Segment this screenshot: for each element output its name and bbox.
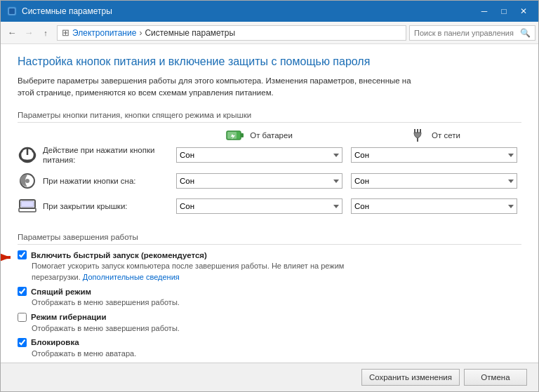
- fastboot-desc: Помогает ускорить запуск компьютера посл…: [32, 261, 521, 283]
- lock-item: Блокировка Отображать в меню аватара.: [18, 338, 521, 359]
- sleep-mode-checkbox[interactable]: [18, 287, 27, 296]
- svg-rect-15: [21, 201, 34, 207]
- power-header-row: От батареи От сети: [18, 128, 521, 142]
- sleep-mode-item: Спящий режим Отображать в меню завершени…: [18, 287, 521, 308]
- main-content: Настройка кнопок питания и включение защ…: [1, 44, 538, 363]
- lid-plugged-dropdown[interactable]: Сон Ничего не делать Завершение работы Г…: [351, 198, 517, 214]
- sleep-battery-dropdown-col: Сон Ничего не делать Завершение работы Г…: [172, 173, 347, 189]
- battery-label: От батареи: [250, 131, 293, 140]
- hibernate-label-text: Режим гибернации: [31, 313, 107, 321]
- shutdown-section-label: Параметры завершения работы: [18, 233, 521, 245]
- back-button[interactable]: ←: [4, 25, 20, 41]
- lid-label-cell: При закрытии крышки:: [18, 196, 172, 216]
- power-button-row: Действие при нажатии кнопкипитания: Сон …: [18, 145, 521, 166]
- lid-row: При закрытии крышки: Сон Ничего не делат…: [18, 196, 521, 216]
- power-button-label: Действие при нажатии кнопкипитания:: [43, 145, 154, 166]
- red-arrow: [1, 250, 14, 278]
- power-plugged-dropdown[interactable]: Сон Ничего не делать Завершение работы Г…: [351, 147, 517, 163]
- fastboot-item: Включить быстрый запуск (рекомендуется) …: [18, 250, 521, 283]
- search-input[interactable]: [414, 29, 520, 37]
- svg-rect-14: [19, 208, 36, 212]
- lid-label: При закрытии крышки:: [43, 202, 128, 210]
- title-bar-controls: ─ □ ✕: [475, 4, 533, 18]
- power-plugged-dropdown-col: Сон Ничего не делать Завершение работы Г…: [347, 147, 521, 163]
- plugged-header: От сети: [347, 128, 521, 142]
- breadcrumb-item-current: Системные параметры: [145, 28, 235, 38]
- hibernate-label[interactable]: Режим гибернации: [18, 313, 521, 322]
- fastboot-label-text: Включить быстрый запуск (рекомендуется): [31, 251, 207, 259]
- sleep-plugged-dropdown-col: Сон Ничего не делать Завершение работы Г…: [347, 173, 521, 189]
- close-button[interactable]: ✕: [514, 4, 533, 18]
- sleep-mode-desc: Отображать в меню завершения работы.: [32, 297, 521, 308]
- forward-button[interactable]: →: [20, 25, 37, 41]
- fastboot-checkbox[interactable]: [18, 250, 27, 259]
- power-row-icon: [18, 145, 37, 165]
- lid-plugged-dropdown-col: Сон Ничего не делать Завершение работы Г…: [347, 198, 521, 214]
- nav-bar: ← → ↑ ⊞ Электропитание › Системные парам…: [1, 22, 538, 44]
- hibernate-desc: Отображать в меню завершения работы.: [32, 323, 521, 334]
- lock-checkbox[interactable]: [18, 338, 27, 347]
- cancel-button[interactable]: Отмена: [464, 369, 527, 386]
- sleep-button-row: При нажатии кнопки сна: Сон Ничего не де…: [18, 171, 521, 191]
- hibernate-checkbox[interactable]: [18, 313, 27, 322]
- fastboot-link[interactable]: Дополнительные сведения: [83, 273, 180, 281]
- breadcrumb: ⊞ Электропитание › Системные параметры: [57, 25, 406, 41]
- svg-rect-1: [9, 8, 15, 14]
- lock-label-text: Блокировка: [31, 338, 79, 346]
- battery-header: От батареи: [172, 128, 347, 142]
- lid-row-icon: [18, 196, 37, 216]
- sleep-battery-dropdown[interactable]: Сон Ничего не делать Завершение работы Г…: [176, 173, 342, 189]
- svg-rect-4: [241, 133, 244, 137]
- breadcrumb-folder-icon: ⊞: [62, 27, 69, 38]
- power-battery-dropdown[interactable]: Сон Ничего не делать Завершение работы Г…: [176, 147, 342, 163]
- power-battery-dropdown-col: Сон Ничего не делать Завершение работы Г…: [172, 147, 347, 163]
- lock-desc: Отображать в меню аватара.: [32, 349, 521, 359]
- battery-icon: [226, 128, 246, 142]
- save-button[interactable]: Сохранить изменения: [361, 369, 460, 386]
- page-description: Выберите параметры завершения работы для…: [18, 75, 521, 100]
- sleep-row-icon: [18, 171, 37, 191]
- main-window: Системные параметры ─ □ ✕ ← → ↑ ⊞ Электр…: [0, 0, 539, 392]
- search-bar: 🔍: [409, 25, 535, 41]
- title-bar: Системные параметры ─ □ ✕: [1, 1, 538, 22]
- page-title: Настройка кнопок питания и включение защ…: [18, 55, 521, 68]
- sleep-button-label-cell: При нажатии кнопки сна:: [18, 171, 172, 191]
- sleep-button-label: При нажатии кнопки сна:: [43, 177, 136, 185]
- power-table: От батареи От сети: [18, 128, 521, 222]
- svg-point-12: [25, 179, 29, 183]
- title-bar-text: Системные параметры: [22, 6, 475, 16]
- lock-label[interactable]: Блокировка: [18, 338, 521, 347]
- minimize-button[interactable]: ─: [475, 4, 493, 18]
- breadcrumb-item-power[interactable]: Электропитание: [72, 28, 136, 38]
- maximize-button[interactable]: □: [495, 4, 513, 18]
- title-bar-icon: [6, 6, 18, 17]
- footer: Сохранить изменения Отмена: [1, 363, 538, 391]
- hibernate-item: Режим гибернации Отображать в меню завер…: [18, 313, 521, 334]
- plugged-label: От сети: [432, 131, 460, 140]
- search-icon[interactable]: 🔍: [520, 28, 531, 38]
- power-button-label-cell: Действие при нажатии кнопкипитания:: [18, 145, 172, 166]
- shutdown-section: Параметры завершения работы Включить быс…: [18, 233, 521, 363]
- lid-battery-dropdown[interactable]: Сон Ничего не делать Завершение работы Г…: [176, 198, 342, 214]
- sleep-mode-label-text: Спящий режим: [31, 288, 91, 296]
- sleep-plugged-dropdown[interactable]: Сон Ничего не делать Завершение работы Г…: [351, 173, 517, 189]
- lid-battery-dropdown-col: Сон Ничего не делать Завершение работы Г…: [172, 198, 347, 214]
- up-button[interactable]: ↑: [37, 25, 54, 41]
- power-section-label: Параметры кнопки питания, кнопки спящего…: [18, 111, 521, 123]
- plug-icon: [408, 128, 427, 142]
- fastboot-label[interactable]: Включить быстрый запуск (рекомендуется): [18, 250, 521, 259]
- breadcrumb-sep: ›: [139, 28, 142, 38]
- sleep-mode-label[interactable]: Спящий режим: [18, 287, 521, 296]
